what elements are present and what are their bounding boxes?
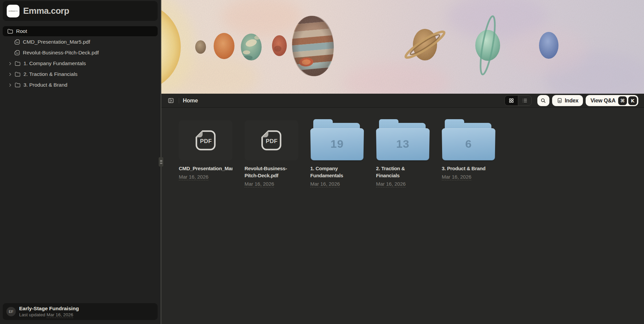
tree-item-file[interactable]: PDF CMD_Presentation_Mar5.pdf — [3, 37, 158, 47]
breadcrumb: Home — [183, 97, 198, 104]
pdf-file-icon: PDF — [195, 130, 216, 151]
folder-thumbnail: 19 — [310, 120, 364, 160]
search-button[interactable] — [537, 95, 549, 106]
folder-date: Mar 16, 2026 — [376, 181, 430, 187]
tree-item-folder[interactable]: 1. Company Fundamentals — [3, 58, 158, 68]
folder-icon — [15, 72, 20, 77]
workspace-logo: sandpaper.io — [7, 5, 19, 17]
folder-icon — [7, 29, 13, 34]
last-updated: Last updated Mar 16, 2026 — [19, 312, 79, 318]
folder-item-count: 13 — [376, 138, 429, 150]
view-mode-toggle — [504, 95, 532, 106]
tree-item-root[interactable]: Root — [3, 26, 158, 36]
file-date: Mar 16, 2026 — [245, 181, 298, 187]
workspace-header[interactable]: sandpaper.io Emma.corp — [3, 1, 158, 21]
sidebar-resize-handle[interactable] — [159, 157, 163, 167]
sidebar: sandpaper.io Emma.corp Root PDF CMD_Pres… — [0, 0, 161, 324]
panel-left-close-icon — [168, 97, 174, 104]
tree-item-folder[interactable]: 3. Product & Brand — [3, 80, 158, 90]
toolbar: Home — [161, 94, 644, 108]
folder-date: Mar 16, 2026 — [442, 174, 495, 180]
folder-item-count: 6 — [442, 138, 495, 150]
chevron-right-icon[interactable] — [8, 61, 13, 66]
folder-thumbnail: 6 — [442, 120, 495, 160]
svg-text:PDF: PDF — [266, 138, 278, 144]
pdf-file-icon: PDF — [14, 39, 20, 45]
avatar: EF — [6, 307, 16, 316]
folder-icon — [15, 61, 20, 66]
sidebar-resize-divider[interactable] — [161, 0, 161, 324]
pdf-thumbnail: PDF — [245, 120, 298, 160]
k-keycap: K — [628, 96, 637, 105]
workspace-title: Emma.corp — [23, 6, 69, 16]
file-card[interactable]: PDF Revolut-Business-Pitch-Deck.pdf Mar … — [245, 120, 298, 187]
chevron-right-icon[interactable] — [8, 72, 13, 77]
file-card[interactable]: PDF CMD_Presentation_Mar5.pdf Mar 16, 20… — [179, 120, 232, 180]
folder-card[interactable]: 6 3. Product & Brand Mar 16, 2026 — [442, 120, 495, 180]
grid-view-button[interactable] — [505, 96, 518, 105]
view-qa-button[interactable]: View Q&A ⌘K — [586, 95, 638, 106]
last-updated-date: Mar 16, 2026 — [47, 312, 73, 318]
view-qa-label: View Q&A — [590, 98, 615, 104]
tree-item-file[interactable]: PDF Revolut-Business-Pitch-Deck.pdf — [3, 48, 158, 58]
main-panel: Home — [161, 0, 644, 324]
file-grid: PDF CMD_Presentation_Mar5.pdf Mar 16, 20… — [161, 108, 644, 324]
svg-text:PDF: PDF — [16, 42, 19, 43]
folder-name: 1. Company Fundamentals — [310, 165, 364, 179]
tree-item-label: CMD_Presentation_Mar5.pdf — [23, 39, 90, 45]
tree-item-folder[interactable]: 2. Traction & Financials — [3, 69, 158, 79]
pdf-file-icon: PDF — [261, 130, 282, 151]
tree-item-label: 3. Product & Brand — [23, 82, 67, 88]
grid-icon — [508, 98, 514, 103]
workspace-name: Early-Stage Fundraising — [19, 305, 79, 312]
svg-text:PDF: PDF — [200, 138, 212, 144]
folder-item-count: 19 — [310, 138, 364, 150]
search-icon — [540, 98, 546, 103]
file-date: Mar 16, 2026 — [179, 174, 232, 180]
list-icon — [522, 98, 528, 103]
banner-image — [161, 0, 644, 94]
tree-item-label: 2. Traction & Financials — [23, 71, 77, 77]
tree-item-label: Revolut-Business-Pitch-Deck.pdf — [23, 50, 99, 56]
folder-name: 2. Traction & Financials — [376, 165, 430, 179]
app-window: sandpaper.io Emma.corp Root PDF CMD_Pres… — [0, 0, 644, 324]
folder-thumbnail: 13 — [376, 120, 430, 160]
folder-card[interactable]: 13 2. Traction & Financials Mar 16, 2026 — [376, 120, 430, 187]
tree-item-label: 1. Company Fundamentals — [23, 60, 86, 66]
list-view-button[interactable] — [518, 96, 531, 105]
collapse-sidebar-button[interactable] — [166, 96, 175, 105]
toolbar-divider — [179, 98, 179, 103]
tree-item-label: Root — [16, 28, 27, 34]
chevron-right-icon[interactable] — [8, 83, 13, 88]
document-icon — [557, 98, 562, 103]
file-name: CMD_Presentation_Mar5.pdf — [179, 165, 232, 172]
index-label: Index — [565, 98, 579, 104]
workspace-footer[interactable]: EF Early-Stage Fundraising Last updated … — [3, 303, 158, 320]
folder-card[interactable]: 19 1. Company Fundamentals Mar 16, 2026 — [310, 120, 364, 187]
pdf-thumbnail: PDF — [179, 120, 232, 160]
folder-name: 3. Product & Brand — [442, 165, 495, 172]
pdf-file-icon: PDF — [14, 50, 20, 55]
file-tree: Root PDF CMD_Presentation_Mar5.pdf PDF R… — [3, 26, 158, 91]
folder-date: Mar 16, 2026 — [310, 181, 364, 187]
cmd-keycap: ⌘ — [618, 96, 627, 105]
file-name: Revolut-Business-Pitch-Deck.pdf — [245, 165, 298, 179]
index-button[interactable]: Index — [552, 95, 583, 106]
logo-wordmark: sandpaper.io — [8, 10, 17, 12]
svg-text:PDF: PDF — [16, 52, 19, 54]
folder-icon — [15, 82, 20, 88]
